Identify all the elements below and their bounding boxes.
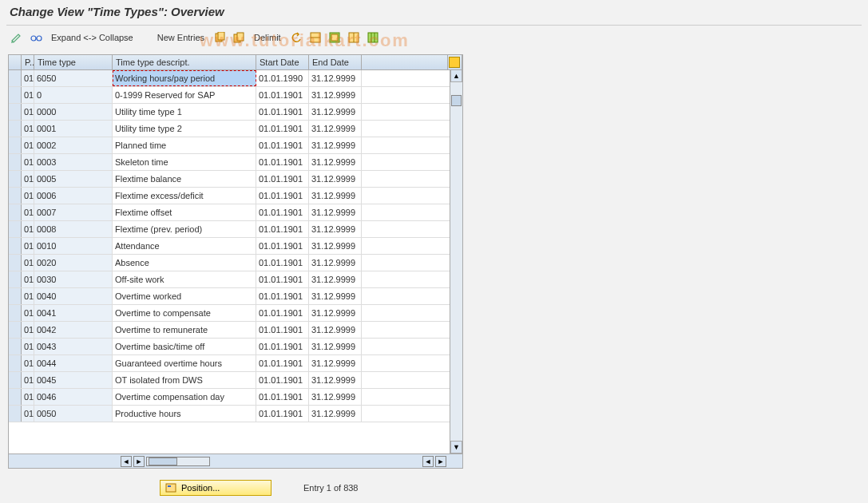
copy-as-icon[interactable] (232, 30, 246, 45)
table-row[interactable]: 010040Overtime worked01.01.190131.12.999… (9, 288, 462, 305)
cell-end-date[interactable]: 31.12.9999 (309, 355, 362, 371)
position-button[interactable]: Position... (160, 480, 271, 496)
scroll-up-icon[interactable]: ▲ (450, 69, 462, 82)
cell-start-date[interactable]: 01.01.1901 (256, 87, 309, 103)
cell-p[interactable]: 01 (22, 238, 34, 254)
cell-p[interactable]: 01 (22, 389, 34, 405)
cell-start-date[interactable]: 01.01.1901 (256, 137, 309, 153)
cell-descript[interactable]: Overtime to remunerate (113, 322, 256, 338)
table-row[interactable]: 010046Overtime compensation day01.01.190… (9, 389, 462, 406)
expand-collapse-button[interactable]: Expand <-> Collapse (48, 33, 137, 42)
row-selector[interactable] (9, 389, 22, 405)
cell-time-type[interactable]: 6050 (34, 70, 113, 86)
header-end-date[interactable]: End Date (309, 55, 362, 69)
hscroll-left-icon-r[interactable]: ◄ (422, 456, 434, 467)
cell-end-date[interactable]: 31.12.9999 (309, 171, 362, 187)
cell-p[interactable]: 01 (22, 121, 34, 137)
cell-time-type[interactable]: 0045 (34, 372, 113, 388)
row-selector[interactable] (9, 372, 22, 388)
cell-p[interactable]: 01 (22, 406, 34, 422)
cell-descript[interactable]: Flextime balance (113, 171, 256, 187)
header-start-date[interactable]: Start Date (256, 55, 309, 69)
table-row[interactable]: 010030Off-site work01.01.190131.12.9999 (9, 271, 462, 288)
change-icon[interactable] (10, 30, 24, 45)
cell-end-date[interactable]: 31.12.9999 (309, 406, 362, 422)
cell-descript[interactable]: Flextime offset (113, 204, 256, 220)
cell-descript[interactable]: Overtime basic/time off (113, 339, 256, 354)
cell-p[interactable]: 01 (22, 305, 34, 321)
cell-end-date[interactable]: 31.12.9999 (309, 288, 362, 304)
row-selector[interactable] (9, 255, 22, 271)
scroll-thumb[interactable] (451, 95, 462, 106)
cell-time-type[interactable]: 0050 (34, 406, 113, 422)
table-row[interactable]: 010044Guaranteed overtime hours01.01.190… (9, 355, 462, 372)
cell-time-type[interactable]: 0030 (34, 271, 113, 287)
cell-start-date[interactable]: 01.01.1901 (256, 372, 309, 388)
cell-p[interactable]: 01 (22, 355, 34, 371)
cell-time-type[interactable]: 0020 (34, 255, 113, 271)
cell-descript[interactable]: Guaranteed overtime hours (113, 355, 256, 371)
cell-start-date[interactable]: 01.01.1901 (256, 121, 309, 137)
cell-p[interactable]: 01 (22, 372, 34, 388)
cell-p[interactable]: 01 (22, 104, 34, 120)
row-selector[interactable] (9, 87, 22, 103)
cell-start-date[interactable]: 01.01.1901 (256, 271, 309, 287)
cell-end-date[interactable]: 31.12.9999 (309, 204, 362, 220)
cell-end-date[interactable]: 31.12.9999 (309, 389, 362, 405)
cell-end-date[interactable]: 31.12.9999 (309, 121, 362, 137)
row-selector[interactable] (9, 154, 22, 170)
cell-end-date[interactable]: 31.12.9999 (309, 322, 362, 338)
header-selector[interactable] (9, 55, 22, 69)
copy-icon[interactable] (212, 30, 227, 45)
table-row[interactable]: 010003Skeleton time01.01.190131.12.9999 (9, 154, 462, 171)
cell-time-type[interactable]: 0006 (34, 188, 113, 204)
row-selector[interactable] (9, 238, 22, 254)
cell-end-date[interactable]: 31.12.9999 (309, 238, 362, 254)
cell-start-date[interactable]: 01.01.1901 (256, 171, 309, 187)
table-row[interactable]: 010041Overtime to compensate01.01.190131… (9, 305, 462, 322)
new-entries-button[interactable]: New Entries (154, 33, 208, 42)
cell-p[interactable]: 01 (22, 221, 34, 237)
table-row[interactable]: 010043Overtime basic/time off01.01.19013… (9, 339, 462, 355)
hscroll-thumb[interactable] (149, 457, 177, 465)
table-row[interactable]: 010002Planned time01.01.190131.12.9999 (9, 137, 462, 154)
cell-p[interactable]: 01 (22, 171, 34, 187)
cell-time-type[interactable]: 0002 (34, 137, 113, 153)
cell-time-type[interactable]: 0007 (34, 204, 113, 220)
hscroll-right-icon[interactable]: ► (133, 456, 145, 467)
header-time-type[interactable]: Time type (34, 55, 113, 69)
cell-descript[interactable]: Utility time type 2 (113, 121, 256, 137)
cell-time-type[interactable]: 0043 (34, 339, 113, 354)
row-selector[interactable] (9, 171, 22, 187)
table-row[interactable]: 010006Flextime excess/deficit01.01.19013… (9, 188, 462, 204)
cell-p[interactable]: 01 (22, 288, 34, 304)
cell-time-type[interactable]: 0001 (34, 121, 113, 137)
cell-p[interactable]: 01 (22, 255, 34, 271)
glasses-icon[interactable] (29, 30, 43, 45)
cell-start-date[interactable]: 01.01.1901 (256, 288, 309, 304)
cell-descript[interactable]: OT isolated from DWS (113, 372, 256, 388)
cell-descript[interactable]: Off-site work (113, 271, 256, 287)
table-row[interactable]: 010045OT isolated from DWS01.01.190131.1… (9, 372, 462, 389)
cell-time-type[interactable]: 0005 (34, 171, 113, 187)
cell-end-date[interactable]: 31.12.9999 (309, 137, 362, 153)
table-row[interactable]: 0100-1999 Reserved for SAP01.01.190131.1… (9, 87, 462, 104)
cell-start-date[interactable]: 01.01.1901 (256, 305, 309, 321)
row-selector[interactable] (9, 188, 22, 204)
row-selector[interactable] (9, 355, 22, 371)
config-columns-icon[interactable] (366, 30, 380, 45)
row-selector[interactable] (9, 271, 22, 287)
cell-start-date[interactable]: 01.01.1901 (256, 188, 309, 204)
undo-icon[interactable] (289, 30, 303, 45)
cell-descript[interactable]: Planned time (113, 137, 256, 153)
select-all-icon[interactable] (308, 30, 323, 45)
table-row[interactable]: 010020Absence01.01.190131.12.9999 (9, 255, 462, 271)
cell-descript[interactable]: Utility time type 1 (113, 104, 256, 120)
cell-time-type[interactable]: 0000 (34, 104, 113, 120)
row-selector[interactable] (9, 204, 22, 220)
cell-descript[interactable]: Overtime to compensate (113, 305, 256, 321)
deselect-all-icon[interactable] (347, 30, 361, 45)
hscroll-left-icon[interactable]: ◄ (121, 456, 132, 467)
row-selector[interactable] (9, 288, 22, 304)
cell-p[interactable]: 01 (22, 70, 34, 86)
